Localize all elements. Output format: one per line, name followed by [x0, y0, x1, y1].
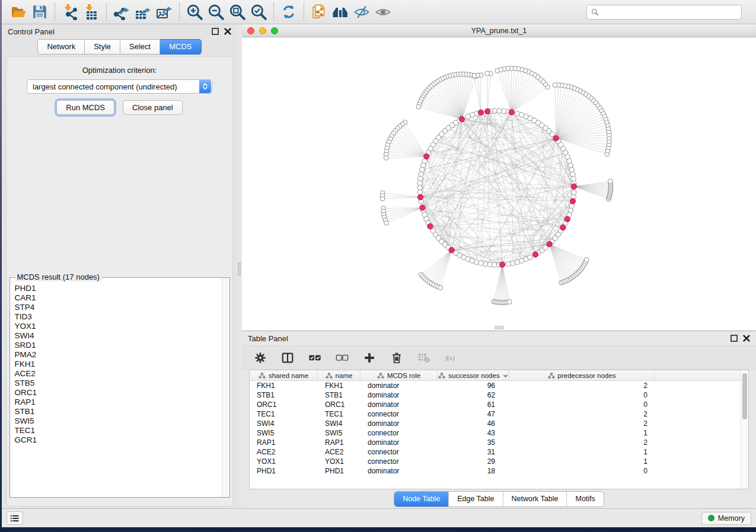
mcds-hub-node[interactable] — [571, 184, 576, 189]
import-network-icon[interactable] — [59, 2, 81, 22]
column-header-name[interactable]: name — [318, 370, 361, 380]
tab-network[interactable]: Network — [37, 39, 85, 55]
maximize-window-icon[interactable] — [271, 27, 278, 34]
column-header-shared-name[interactable]: shared name — [250, 370, 318, 380]
close-window-icon[interactable] — [247, 27, 254, 34]
table-row[interactable]: TEC1TEC1connector472 — [250, 409, 741, 419]
export-network-icon[interactable] — [111, 2, 132, 22]
mcds-hub-node[interactable] — [570, 198, 575, 204]
close-table-panel-icon[interactable] — [743, 335, 750, 342]
mcds-node-item[interactable]: FKH1 — [15, 360, 222, 369]
mcds-node-item[interactable]: SRD1 — [15, 341, 222, 350]
table-row[interactable]: RAP1RAP1dominator352 — [250, 438, 741, 447]
tab-motifs[interactable]: Motifs — [566, 492, 603, 507]
mcds-node-item[interactable]: STB5 — [15, 379, 222, 388]
save-icon[interactable] — [29, 2, 50, 22]
mcds-hub-node[interactable] — [500, 262, 505, 267]
mcds-node-item[interactable]: RAP1 — [15, 398, 222, 407]
gear-icon[interactable] — [253, 350, 268, 366]
deselect-all-icon[interactable] — [334, 350, 350, 366]
mcds-node-item[interactable]: SWI5 — [15, 416, 222, 426]
select-all-icon[interactable] — [307, 350, 323, 366]
zoom-fit-icon[interactable] — [227, 2, 248, 22]
column-header-successor-nodes[interactable]: successor nodes — [438, 370, 509, 380]
minimize-window-icon[interactable] — [259, 27, 266, 34]
import-table-icon[interactable] — [81, 2, 102, 22]
table-scrollbar[interactable] — [741, 370, 748, 489]
mcds-node-item[interactable]: ORC1 — [15, 388, 222, 398]
eye-slash-icon[interactable] — [351, 2, 372, 22]
tab-network-table[interactable]: Network Table — [503, 492, 567, 507]
tab-select[interactable]: Select — [120, 39, 160, 55]
zoom-selected-icon[interactable] — [248, 2, 269, 22]
run-mcds-button[interactable]: Run MCDS — [56, 100, 114, 115]
vertical-splitter[interactable] — [237, 24, 242, 508]
mcds-node-item[interactable]: SWI4 — [15, 331, 222, 341]
tab-mcds[interactable]: MCDS — [160, 39, 201, 55]
delete-column-icon[interactable] — [389, 350, 404, 366]
mcds-node-item[interactable]: TID3 — [15, 312, 222, 322]
task-history-button[interactable] — [7, 511, 23, 525]
mcds-hub-node[interactable] — [459, 117, 464, 122]
tab-style[interactable]: Style — [85, 39, 120, 55]
mcds-hub-node[interactable] — [449, 248, 454, 253]
table-row[interactable]: STB1STB1dominator620 — [250, 390, 741, 400]
memory-button[interactable]: Memory — [701, 512, 751, 525]
canvas-splitter-handle[interactable] — [495, 326, 504, 329]
optimization-criterion-dropdown[interactable]: largest connected component (undirected) — [27, 79, 212, 94]
tab-edge-table[interactable]: Edge Table — [448, 492, 502, 507]
mcds-node-item[interactable]: GCR1 — [15, 435, 222, 445]
mcds-hub-node[interactable] — [485, 108, 490, 114]
zoom-out-icon[interactable] — [205, 2, 227, 22]
table-row[interactable]: ORC1ORC1dominator610 — [250, 400, 741, 409]
column-header-MCDS-role[interactable]: MCDS role — [361, 370, 438, 380]
splitter-handle[interactable] — [238, 262, 241, 275]
close-panel-button[interactable]: Close panel — [123, 100, 183, 115]
zoom-in-icon[interactable] — [184, 2, 205, 22]
mcds-hub-node[interactable] — [532, 252, 538, 257]
mcds-hub-node[interactable] — [547, 242, 552, 247]
table-row[interactable]: PHD1PHD1dominator180 — [250, 466, 741, 476]
mcds-node-item[interactable]: TEC1 — [15, 426, 222, 435]
mcds-hub-node[interactable] — [420, 205, 425, 210]
mcds-result-scrollbar[interactable] — [222, 278, 229, 497]
eye-icon[interactable] — [372, 2, 394, 22]
table-row[interactable]: YOX1YOX1connector291 — [250, 457, 741, 466]
mcds-hub-node[interactable] — [424, 154, 429, 159]
document-share-icon[interactable] — [308, 2, 330, 22]
export-table-icon[interactable] — [132, 2, 154, 22]
mcds-hub-node[interactable] — [553, 136, 559, 141]
mcds-node-item[interactable]: STB1 — [15, 407, 222, 416]
float-panel-icon[interactable] — [212, 28, 219, 35]
mcds-result-list[interactable]: PHD1CAR1STP4TID3YOX1SWI4SRD1PMA2FKH1ACE2… — [10, 278, 222, 497]
table-row[interactable]: FKH1FKH1dominator962 — [250, 381, 741, 390]
mcds-hub-node[interactable] — [428, 223, 433, 229]
table-row[interactable]: SWI4SWI4dominator462 — [250, 419, 741, 428]
mcds-hub-node[interactable] — [478, 110, 483, 115]
mcds-node-item[interactable]: STP4 — [15, 303, 222, 312]
tab-node-table[interactable]: Node Table — [394, 492, 448, 507]
column-header-predecessor-nodes[interactable]: predecessor nodes — [509, 370, 655, 380]
mcds-node-item[interactable]: PMA2 — [15, 350, 222, 360]
search-box[interactable] — [586, 5, 742, 20]
mcds-hub-node[interactable] — [417, 194, 423, 200]
table-scrollbar-thumb[interactable] — [742, 373, 747, 419]
mcds-node-item[interactable]: PHD1 — [15, 284, 222, 293]
add-column-icon[interactable] — [362, 350, 377, 366]
leaf-nodes[interactable] — [380, 66, 613, 305]
network-canvas[interactable] — [242, 37, 756, 331]
mcds-hub-node[interactable] — [509, 110, 514, 115]
close-panel-icon[interactable] — [224, 28, 231, 35]
search-input[interactable] — [602, 8, 737, 16]
refresh-icon[interactable] — [278, 2, 299, 22]
binoculars-icon[interactable] — [330, 2, 351, 22]
open-icon[interactable] — [8, 2, 29, 22]
mcds-node-item[interactable]: CAR1 — [15, 293, 222, 303]
table-row[interactable]: ACE2ACE2connector311 — [250, 447, 741, 457]
mcds-hub-node[interactable] — [564, 216, 570, 222]
mcds-node-item[interactable]: YOX1 — [15, 322, 222, 331]
float-table-panel-icon[interactable] — [731, 335, 738, 342]
table-row[interactable]: SWI5SWI5connector431 — [250, 428, 741, 438]
split-columns-icon[interactable] — [280, 350, 295, 366]
mcds-node-item[interactable]: ACE2 — [15, 369, 222, 379]
